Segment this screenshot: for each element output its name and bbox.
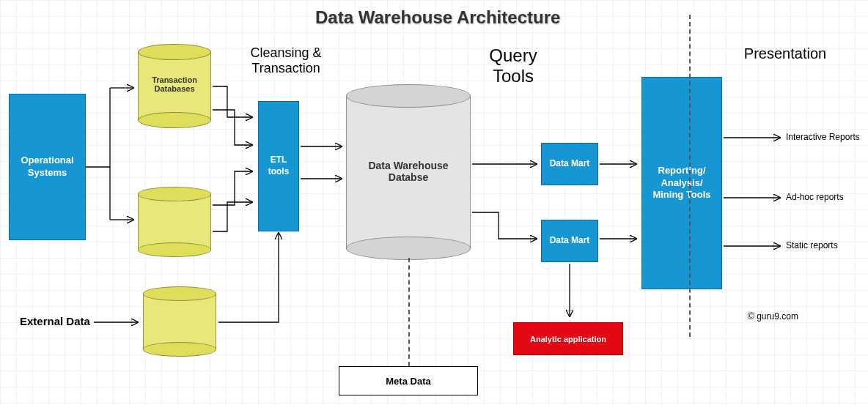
operational-systems-box: Operational Systems [9,94,86,240]
output-static-label: Static reports [786,240,838,250]
section-presentation-label: Presentation [723,45,847,62]
section-query-tools-label: Query Tools [462,45,564,86]
etl-tools-box: ETL tools [258,101,299,231]
data-mart-bottom-box: Data Mart [541,220,598,262]
output-adhoc-label: Ad-hoc reports [786,192,844,202]
meta-data-box: Meta Data [339,366,478,395]
reporting-box: Reporting/ Analysis/ Mining Tools [641,77,722,289]
data-mart-top-box: Data Mart [541,143,598,185]
diagram-title: Data Warehouse Architecture [315,7,560,28]
output-interactive-label: Interactive Reports [786,132,860,142]
external-data-label: External Data [20,315,90,327]
data-warehouse-cylinder: Data Warehouse Databse [346,95,471,249]
copyright-label: © guru9.com [748,311,798,322]
transaction-databases-label: Transaction Databases [138,75,211,93]
section-cleansing-label: Cleansing & Transaction [235,45,337,76]
data-warehouse-label: Data Warehouse Databse [346,160,471,183]
meta-data-connector [408,258,410,366]
transaction-databases-cylinder: Transaction Databases [138,51,211,121]
external-data-cylinder [143,293,216,350]
analytic-application-box: Analytic application [513,322,623,355]
presentation-separator [689,15,691,337]
staging-cylinder [138,193,211,250]
